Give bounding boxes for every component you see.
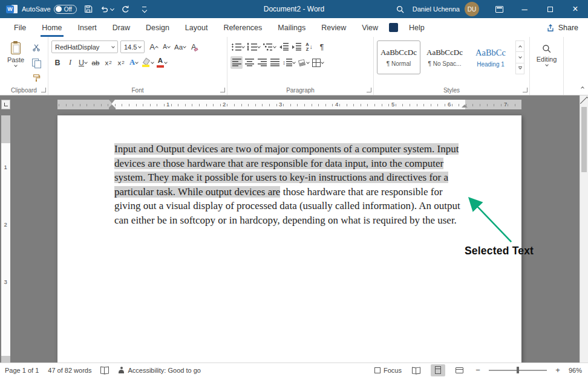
change-case-button[interactable]: Aa [173,40,187,53]
bold-button[interactable]: B [51,56,64,69]
font-size-combobox[interactable]: 14.5 [120,40,145,53]
tab-stop-selector[interactable] [1,100,10,109]
read-mode-button[interactable] [409,364,423,376]
subscript-button[interactable]: x2 [102,56,114,69]
search-button[interactable] [393,0,408,18]
editing-button[interactable]: Editing [533,40,560,84]
borders-button[interactable] [311,56,325,69]
shading-button[interactable] [297,56,310,69]
style-normal[interactable]: AaBbCcDc ¶ Normal [377,40,420,74]
tab-file[interactable]: File [6,18,34,37]
tab-view[interactable]: View [354,18,386,37]
tab-insert[interactable]: Insert [70,18,105,37]
left-indent-marker[interactable] [109,108,116,109]
word-count-status[interactable]: 47 of 82 words [48,367,91,374]
tab-draw[interactable]: Draw [105,18,138,37]
multilevel-list-button[interactable] [262,40,277,53]
font-color-button[interactable]: A [155,56,168,69]
zoom-slider-thumb[interactable] [517,367,519,373]
proofing-status[interactable] [100,367,109,373]
ribbon-display-options-button[interactable] [486,0,512,18]
grow-font-button[interactable]: A [148,40,160,53]
dialog-launcher-icon[interactable] [367,88,371,92]
redo-button[interactable] [119,0,133,18]
collapse-ribbon-button[interactable] [581,81,584,92]
italic-button[interactable]: I [64,56,76,69]
superscript-button[interactable]: x2 [115,56,127,69]
dialog-launcher-icon[interactable] [41,88,46,92]
decrease-indent-button[interactable] [278,40,290,53]
strikethrough-button[interactable]: ab [90,56,102,69]
minimize-button[interactable]: ─ [512,0,537,18]
numbering-button[interactable] [246,40,261,53]
customize-quick-access-button[interactable] [137,0,152,18]
cut-icon [32,44,41,52]
clear-formatting-button[interactable]: A [188,40,200,53]
save-button[interactable] [81,0,96,18]
tab-home[interactable]: Home [34,18,70,37]
undo-button[interactable] [100,0,114,18]
show-formatting-marks-button[interactable]: ¶ [316,40,328,53]
print-layout-icon [435,366,441,374]
dialog-launcher-icon[interactable] [220,88,225,92]
restore-button[interactable] [537,0,563,18]
justify-button[interactable] [269,56,281,69]
tab-layout[interactable]: Layout [177,18,216,37]
focus-mode-button[interactable]: Focus [374,367,402,374]
tab-references[interactable]: References [215,18,270,37]
paste-button[interactable]: Paste [3,40,28,84]
page-number-status[interactable]: Page 1 of 1 [5,367,39,374]
shrink-font-button[interactable]: A [160,40,172,53]
horizontal-ruler[interactable]: 1 2 3 4 5 6 7 [57,100,521,109]
styles-more-button[interactable] [516,63,524,74]
zoom-in-button[interactable]: + [554,366,561,375]
user-name[interactable]: Daniel Uchenna [413,5,460,13]
vertical-scrollbar[interactable] [580,95,588,362]
style-heading-1[interactable]: AaBbCc Heading 1 [469,40,512,74]
text-effects-button[interactable]: A [128,56,140,69]
cut-button[interactable] [30,42,42,54]
dialog-launcher-icon[interactable] [523,88,528,92]
vertical-ruler[interactable]: 1 2 3 [1,115,10,362]
addin-icon[interactable] [389,23,398,32]
tab-mailings[interactable]: Mailings [270,18,313,37]
styles-scroll-up-button[interactable] [516,41,524,52]
ruler-number: 6 [448,101,451,108]
highlight-color-button[interactable] [140,56,155,69]
tab-review[interactable]: Review [313,18,354,37]
word-logo-icon[interactable]: W [6,4,18,14]
focus-icon [374,367,381,373]
align-left-button[interactable] [230,56,243,69]
format-painter-button[interactable] [30,71,42,84]
avatar[interactable]: DU [465,2,479,16]
zoom-out-button[interactable]: − [474,366,482,375]
align-center-button[interactable] [243,56,255,69]
hanging-indent-marker[interactable] [109,102,115,108]
align-right-button[interactable] [256,56,268,69]
zoom-slider[interactable] [489,370,547,371]
accessibility-status[interactable]: Accessibility: Good to go [118,367,200,374]
underline-button[interactable]: U [77,56,89,69]
right-indent-marker[interactable] [462,102,468,108]
tab-design[interactable]: Design [138,18,177,37]
style-no-spacing[interactable]: AaBbCcDc ¶ No Spac... [423,40,466,74]
document-page[interactable]: Input and Output devices are two of majo… [57,115,521,362]
print-layout-button[interactable] [431,364,445,376]
line-spacing-button[interactable]: ↕ [281,56,296,69]
sort-button[interactable]: AZ↓ [303,40,315,53]
close-button[interactable]: × [563,0,588,18]
document-paragraph[interactable]: Input and Output devices are two of majo… [114,142,469,228]
autosave-toggle[interactable]: AutoSave Off [22,5,77,14]
font-name-combobox[interactable]: RedHatDisplay [51,40,118,53]
increase-indent-button[interactable] [290,40,302,53]
copy-button[interactable] [30,57,42,69]
zoom-level[interactable]: 96% [569,367,582,374]
tab-stop-icon [4,103,8,106]
share-button[interactable]: Share [546,24,578,32]
scrollbar-thumb[interactable] [581,107,587,172]
web-layout-button[interactable] [452,364,467,376]
bullets-button[interactable] [230,40,246,53]
tab-help[interactable]: Help [401,18,433,37]
styles-scroll-down-button[interactable] [516,52,524,63]
scroll-up-button[interactable] [580,95,588,105]
